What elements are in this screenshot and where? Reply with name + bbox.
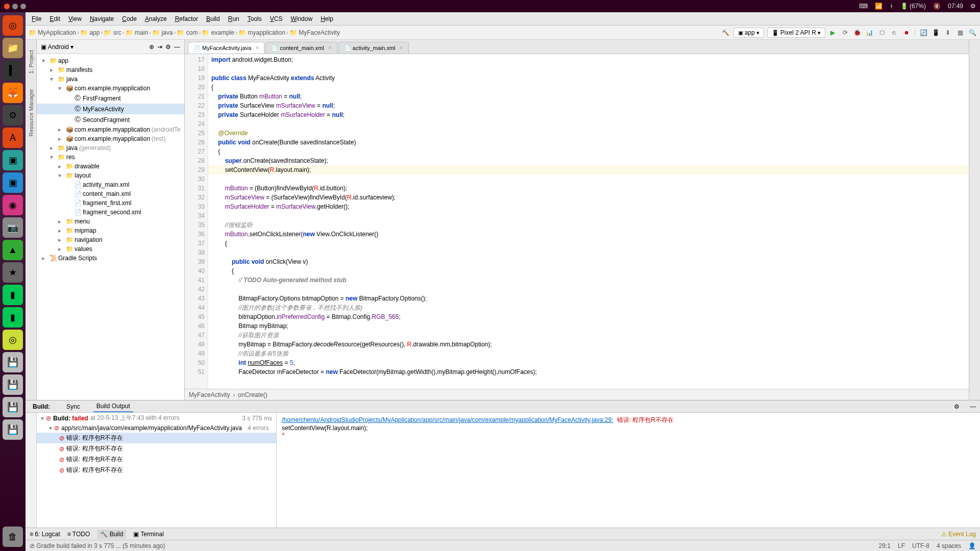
keyboard-icon[interactable]: ⌨ xyxy=(859,3,868,10)
menu-analyze[interactable]: Analyze xyxy=(142,14,170,23)
menu-run[interactable]: Run xyxy=(225,14,242,23)
build-error[interactable]: ⊘ 错误: 程序包R不存在 xyxy=(37,433,276,443)
sdk-icon[interactable]: ⬇ xyxy=(943,28,952,37)
close-icon[interactable]: × xyxy=(400,44,403,52)
launcher-android-studio-icon[interactable]: ▲ xyxy=(3,240,23,260)
device-selector[interactable]: 📱 Pixel 2 API R ▾ xyxy=(767,28,825,38)
gear-icon[interactable]: ⚙ xyxy=(970,3,976,10)
menu-file[interactable]: File xyxy=(29,14,44,23)
debug-icon[interactable]: 🐞 xyxy=(853,28,862,37)
launcher-software-icon[interactable]: A xyxy=(3,128,23,148)
profile-icon[interactable]: 📊 xyxy=(865,28,874,37)
breadcrumb-segment[interactable]: 📁 example xyxy=(202,29,234,36)
launcher-terminal-icon[interactable]: ▍ xyxy=(3,60,23,81)
collapse-icon[interactable]: ⇥ xyxy=(157,43,162,51)
tree-node[interactable]: ▾📁 app xyxy=(37,56,184,65)
build-error[interactable]: ⊘ 错误: 程序包R不存在 xyxy=(37,465,276,475)
apply-changes-icon[interactable]: ⟳ xyxy=(841,28,850,37)
tree-node[interactable]: ▸📦 com.example.myapplication (androidTe xyxy=(37,125,184,134)
close-icon[interactable]: × xyxy=(328,44,332,52)
avd-icon[interactable]: 📱 xyxy=(931,28,940,37)
launcher-emulator-icon[interactable]: ▮ xyxy=(3,285,23,305)
launcher-drive-icon[interactable]: 💾 xyxy=(3,397,23,417)
build-tool-button[interactable]: 🔨 Build xyxy=(97,530,126,539)
launcher-app-icon[interactable]: ◉ xyxy=(3,195,23,215)
error-file-link[interactable]: /home/chenlu/AndroidStudioProjects/MyApp… xyxy=(282,416,613,423)
build-hammer-icon[interactable]: 🔨 xyxy=(721,28,730,37)
run-icon[interactable]: ▶ xyxy=(828,28,838,37)
build-error[interactable]: ⊘ 错误: 程序包R不存在 xyxy=(37,443,276,454)
search-icon[interactable]: 🔍 xyxy=(968,28,977,37)
launcher-emulator-icon[interactable]: ▮ xyxy=(3,307,23,328)
build-tree[interactable]: ▾⊘ Build: failed at 20-5-13 上午7:43 with … xyxy=(37,413,277,528)
build-file[interactable]: ▾⊘ app/src/main/java/com/example/myappli… xyxy=(37,423,276,433)
inspection-icon[interactable]: 👤 xyxy=(968,542,976,549)
tree-node[interactable]: ▸📁 navigation xyxy=(37,235,184,244)
tree-node[interactable]: ▾📁 res xyxy=(37,153,184,162)
menu-navigate[interactable]: Navigate xyxy=(87,14,117,23)
attach-debugger-icon[interactable]: ⎋ xyxy=(890,28,899,37)
menu-build[interactable]: Build xyxy=(203,14,223,23)
launcher-files-icon[interactable]: 📁 xyxy=(3,38,23,58)
line-gutter[interactable]: 1718192021222324252627282930313233343536… xyxy=(185,54,208,389)
breadcrumb-segment[interactable]: 📁 src xyxy=(104,29,121,36)
maximize-icon[interactable] xyxy=(20,4,26,9)
breadcrumb-segment[interactable]: 📁 MyFaceActivity xyxy=(289,29,340,36)
tree-node[interactable]: ▸📁 values xyxy=(37,244,184,254)
run-config-selector[interactable]: ▣ app ▾ xyxy=(733,28,764,38)
gear-icon[interactable]: ⚙ xyxy=(954,403,960,410)
launcher-screenshot-icon[interactable]: 📷 xyxy=(3,217,23,238)
menu-view[interactable]: View xyxy=(65,14,85,23)
menu-vcs[interactable]: VCS xyxy=(267,14,286,23)
tree-node[interactable]: ▸📁 java (generated) xyxy=(37,143,184,153)
project-tool-button[interactable]: 1: Project xyxy=(28,50,34,73)
build-tab-build[interactable]: Build: xyxy=(30,402,53,412)
hide-icon[interactable]: — xyxy=(970,403,976,410)
launcher-app-icon[interactable]: ▣ xyxy=(3,150,23,170)
menu-code[interactable]: Code xyxy=(119,14,140,23)
tree-node[interactable]: ▾📦 com.example.myapplication xyxy=(37,84,184,93)
tree-node[interactable]: ▸📦 com.example.myapplication (test) xyxy=(37,134,184,143)
editor-tab[interactable]: 📄 MyFaceActivity.java× xyxy=(188,42,264,54)
launcher-drive-icon[interactable]: 💾 xyxy=(3,419,23,440)
indent[interactable]: 4 spaces xyxy=(937,542,961,549)
sync-icon[interactable]: 🔄 xyxy=(919,28,928,37)
launcher-trash-icon[interactable]: 🗑 xyxy=(3,527,23,547)
build-error[interactable]: ⊘ 错误: 程序包R不存在 xyxy=(37,454,276,465)
caret-position[interactable]: 29:1 xyxy=(879,542,891,549)
tree-node[interactable]: 📄 content_main.xml xyxy=(37,189,184,198)
tree-node[interactable]: 📄 activity_main.xml xyxy=(37,180,184,189)
tree-node[interactable]: ▸📁 menu xyxy=(37,217,184,226)
tree-node[interactable]: ▸📁 manifests xyxy=(37,65,184,74)
editor-tab[interactable]: 📄 content_main.xml× xyxy=(265,42,337,54)
menu-window[interactable]: Window xyxy=(287,14,315,23)
battery-indicator[interactable]: 🔋 (67%) xyxy=(900,3,926,10)
launcher-settings-icon[interactable]: ⚙ xyxy=(3,105,23,126)
tree-node[interactable]: Ⓒ MyFaceActivity xyxy=(37,104,184,114)
menu-refactor[interactable]: Refactor xyxy=(172,14,201,23)
breadcrumb-segment[interactable]: 📁 com xyxy=(177,29,198,36)
volume-icon[interactable]: 🔇 xyxy=(933,3,941,10)
coverage-icon[interactable]: ⬡ xyxy=(877,28,887,37)
tree-node[interactable]: 📄 fragment_second.xml xyxy=(37,208,184,217)
launcher-drive-icon[interactable]: 💾 xyxy=(3,352,23,372)
tree-node[interactable]: ▸📁 drawable xyxy=(37,162,184,171)
minimize-icon[interactable] xyxy=(12,4,18,9)
launcher-app-icon[interactable]: ◎ xyxy=(3,330,23,350)
project-tree[interactable]: ▾📁 app ▸📁 manifests ▾📁 java ▾📦 com.examp… xyxy=(37,54,184,400)
launcher-app-icon[interactable]: ▣ xyxy=(3,172,23,193)
clock[interactable]: 07:49 xyxy=(948,3,963,10)
encoding[interactable]: UTF-8 xyxy=(912,542,929,549)
target-icon[interactable]: ⊕ xyxy=(149,43,154,51)
tree-node[interactable]: ▾📁 layout xyxy=(37,171,184,180)
breadcrumb-segment[interactable]: 📁 java xyxy=(152,29,173,36)
menu-edit[interactable]: Edit xyxy=(46,14,63,23)
bluetooth-icon[interactable]: ᚼ xyxy=(890,3,893,10)
menu-help[interactable]: Help xyxy=(317,14,336,23)
hide-icon[interactable]: — xyxy=(174,43,180,51)
breadcrumb-segment[interactable]: 📁 main xyxy=(126,29,148,36)
stop-icon[interactable]: ■ xyxy=(902,28,911,37)
terminal-tool-button[interactable]: ▣ Terminal xyxy=(133,531,163,538)
launcher-drive-icon[interactable]: 💾 xyxy=(3,374,23,395)
project-structure-icon[interactable]: ▦ xyxy=(955,28,965,37)
